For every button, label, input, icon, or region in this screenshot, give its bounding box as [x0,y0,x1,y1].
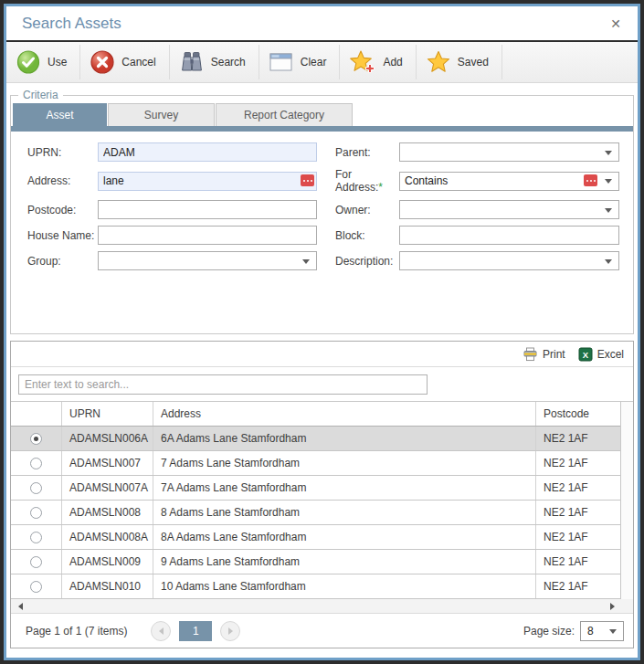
cancel-button-label: Cancel [121,56,155,69]
export-toolbar: Print X Excel [11,342,633,367]
radio-column-header [11,402,62,426]
print-button[interactable]: Print [523,347,565,362]
scroll-left-icon[interactable] [18,603,23,610]
chevron-down-icon [609,629,617,634]
address-ellipsis-button[interactable] [301,174,314,186]
page-size-area: Page size: 8 [523,621,624,641]
use-button-label: Use [48,56,67,69]
use-button[interactable]: Use [6,42,79,82]
uprn-column-header[interactable]: UPRN [62,402,153,426]
for-address-ellipsis-button[interactable] [584,174,597,186]
address-cell: 7 Adams Lane Stamfordham [153,451,536,475]
description-label: Description: [317,255,399,268]
ellipsis-dots [307,180,309,182]
parent-select[interactable] [399,142,619,162]
address-cell: 6A Adams Lane Stamfordham [153,427,536,450]
scroll-right-icon[interactable] [610,603,615,610]
address-cell: 8A Adams Lane Stamfordham [153,525,536,549]
row-radio[interactable] [30,433,42,445]
x-circle-icon [90,49,115,75]
grid-header-row: UPRN Address Postcode [11,402,620,427]
close-icon[interactable]: ✕ [607,15,625,33]
saved-button[interactable]: Saved [417,42,501,82]
page-size-value: 8 [587,625,594,638]
radio-cell [11,501,62,524]
pager-buttons: 1 [151,621,240,641]
chevron-right-icon [228,627,233,635]
address-column-header[interactable]: Address [153,402,536,426]
tab-asset[interactable]: Asset [13,103,107,126]
row-radio[interactable] [30,458,42,469]
search-button-label: Search [211,56,246,69]
group-label: Group: [27,255,98,268]
chevron-down-icon [302,259,310,264]
row-radio[interactable] [30,482,42,494]
owner-select[interactable] [399,200,619,219]
table-row[interactable]: ADAMSLN007A 7A Adams Lane Stamfordham NE… [11,476,620,501]
excel-button[interactable]: X Excel [578,347,624,362]
prev-page-button[interactable] [151,621,171,641]
uprn-cell: ADAMSLN006A [62,427,153,450]
postcode-cell: NE2 1AF [536,550,620,574]
uprn-cell: ADAMSLN007A [62,476,153,500]
description-select[interactable] [399,251,619,270]
toolbar: Use Cancel [6,42,638,83]
cancel-button[interactable]: Cancel [80,42,168,82]
tab-report-category[interactable]: Report Category [216,103,353,126]
table-row[interactable]: ADAMSLN008 8 Adams Lane Stamfordham NE2 … [11,501,620,525]
excel-label: Excel [597,348,624,361]
postcode-column-header[interactable]: Postcode [536,402,620,426]
page-size-select[interactable]: 8 [580,621,624,641]
add-button-label: Add [383,56,402,69]
criteria-tabs: Asset Survey Report Category [11,96,633,126]
address-cell: 8 Adams Lane Stamfordham [153,501,536,524]
criteria-form: UPRN: Parent: Address: For Address:* [11,132,633,270]
radio-cell [11,525,62,549]
address-cell: 10 Adams Lane Stamfordham [153,574,536,598]
vertical-scrollbar[interactable] [620,402,633,599]
uprn-cell: ADAMSLN009 [62,550,153,574]
radio-cell [11,550,62,574]
postcode-cell: NE2 1AF [536,525,620,549]
chevron-down-icon [605,259,612,264]
tab-survey[interactable]: Survey [108,103,215,126]
radio-cell [11,574,62,598]
next-page-button[interactable] [220,621,240,641]
search-input[interactable] [18,374,428,395]
table-row[interactable]: ADAMSLN009 9 Adams Lane Stamfordham NE2 … [11,550,620,574]
horizontal-scrollbar[interactable] [11,599,633,614]
row-radio[interactable] [30,556,42,568]
postcode-cell: NE2 1AF [536,476,620,500]
postcode-field[interactable] [98,200,317,219]
print-label: Print [543,348,565,361]
uprn-field[interactable] [98,142,317,162]
address-field[interactable] [98,172,317,191]
house-name-field[interactable] [98,226,317,245]
add-button[interactable]: Add [340,42,415,82]
page-size-label: Page size: [523,625,575,638]
postcode-cell: NE2 1AF [536,501,620,524]
group-select[interactable] [98,251,317,270]
uprn-cell: ADAMSLN007 [62,451,153,475]
postcode-label: Postcode: [27,204,98,216]
row-radio[interactable] [30,581,42,593]
table-row[interactable]: ADAMSLN010 10 Adams Lane Stamfordham NE2… [11,574,620,599]
block-field[interactable] [399,226,619,245]
row-radio[interactable] [30,532,42,543]
pager: Page 1 of 1 (7 items) 1 Page size: 8 [11,614,633,648]
row-radio[interactable] [30,507,42,519]
dialog-body: Criteria Asset Survey Report Category UP… [6,83,638,658]
title-bar: Search Assets ✕ [6,6,638,40]
postcode-cell: NE2 1AF [536,427,620,450]
table-row[interactable]: ADAMSLN006A 6A Adams Lane Stamfordham NE… [11,427,620,451]
table-row[interactable]: ADAMSLN008A 8A Adams Lane Stamfordham NE… [11,525,620,550]
current-page-button[interactable]: 1 [179,621,212,641]
search-button[interactable]: Search [170,42,259,82]
radio-cell [11,427,62,450]
chevron-down-icon [605,179,612,184]
house-name-label: House Name: [27,229,98,242]
address-cell: 7A Adams Lane Stamfordham [153,476,536,500]
table-row[interactable]: ADAMSLN007 7 Adams Lane Stamfordham NE2 … [11,451,620,476]
clear-button[interactable]: Clear [259,42,340,82]
printer-icon [523,347,538,362]
